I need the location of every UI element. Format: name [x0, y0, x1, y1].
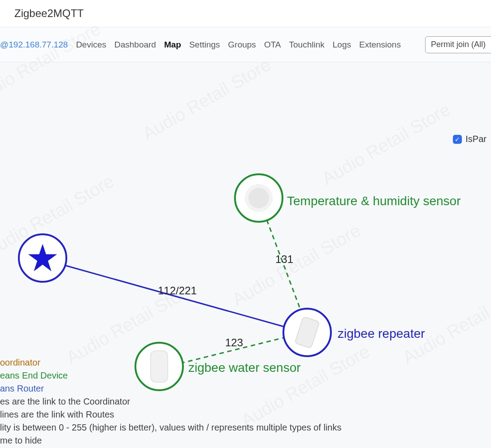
legend-router: ans Router [0, 382, 341, 395]
map-legend: oordinator eans End Device ans Router es… [0, 356, 341, 447]
permit-join-select[interactable]: Permit join (All) ▾ [425, 36, 491, 53]
watermark: Audio Retail Store [229, 220, 364, 310]
nav-devices[interactable]: Devices [76, 40, 106, 50]
network-map-canvas[interactable]: Audio Retail Store Audio Retail Store Au… [0, 62, 491, 448]
usb-dongle-icon [294, 316, 320, 349]
nav-touchlink[interactable]: Touchlink [289, 40, 325, 50]
legend-line4: me to hide [0, 434, 341, 447]
edge-label-coord-repeater: 112/221 [158, 284, 197, 297]
ispar-label: IsPar [465, 134, 487, 144]
node-coordinator[interactable] [18, 233, 67, 283]
nav-ota[interactable]: OTA [264, 40, 281, 50]
app-header: Zigbee2MQTT [0, 0, 491, 27]
nav-groups[interactable]: Groups [228, 40, 256, 50]
label-repeater: zigbee repeater [338, 327, 425, 341]
legend-coordinator: oordinator [0, 356, 341, 369]
host-label[interactable]: @192.168.77.128 [0, 40, 68, 50]
watermark: Audio Retail Store [318, 99, 454, 189]
checkbox-checked-icon[interactable]: ✓ [453, 135, 462, 144]
legend-enddevice: eans End Device [0, 369, 341, 382]
legend-line3: lity is between 0 - 255 (higher is bette… [0, 421, 341, 434]
legend-line1: es are the link to the Coordinator [0, 395, 341, 408]
legend-line2: lines are the link with Routes [0, 408, 341, 421]
watermark: Audio Retail Store [139, 54, 274, 144]
nav-map[interactable]: Map [164, 40, 181, 50]
temp-sensor-icon [245, 184, 273, 212]
nav-settings[interactable]: Settings [189, 40, 220, 50]
node-temp-humidity[interactable] [234, 173, 283, 223]
nav-logs[interactable]: Logs [333, 40, 351, 50]
label-temp-humidity: Temperature & humidity sensor [287, 194, 461, 208]
edge-label-water-repeater: 123 [225, 336, 243, 349]
svg-marker-17 [28, 244, 57, 271]
edge-label-temp-repeater: 131 [275, 253, 293, 266]
star-icon [27, 242, 58, 274]
node-repeater[interactable] [282, 308, 332, 357]
watermark: Audio Retail Store [399, 278, 491, 368]
permit-join-label[interactable]: Permit join (All) [425, 36, 491, 53]
ispar-option[interactable]: ✓ IsPar [453, 134, 487, 144]
nav-dashboard[interactable]: Dashboard [114, 40, 156, 50]
nav-extensions[interactable]: Extensions [359, 40, 401, 50]
app-title: Zigbee2MQTT [14, 7, 84, 20]
main-navbar: @192.168.77.128 Devices Dashboard Map Se… [0, 27, 491, 62]
